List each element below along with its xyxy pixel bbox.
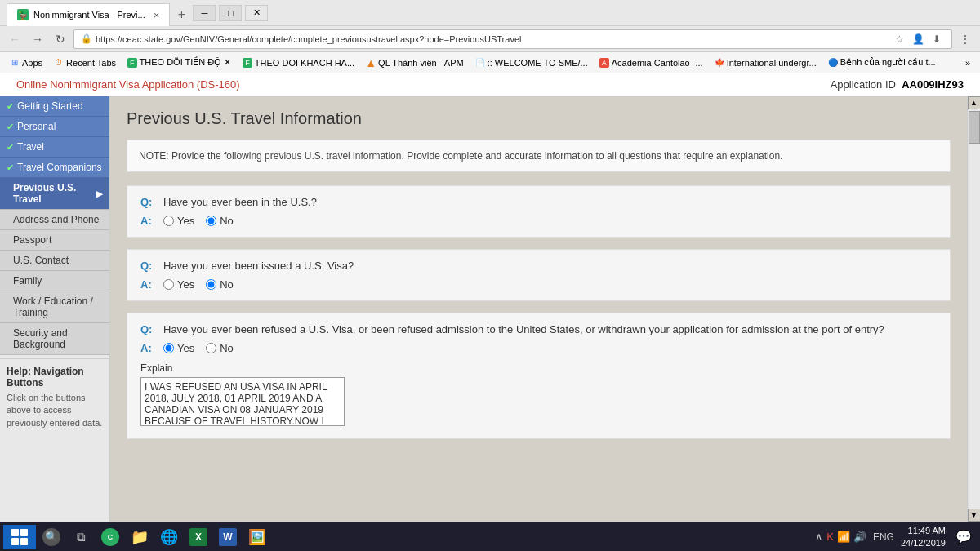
sidebar-item-family[interactable]: Family: [0, 271, 109, 291]
question-block-3: Q: Have you ever been refused a U.S. Vis…: [127, 313, 951, 439]
taskbar-word-button[interactable]: W: [214, 526, 242, 549]
bookmark-benh-icon: 🔵: [828, 58, 838, 68]
minimize-button[interactable]: ─: [193, 5, 216, 21]
new-tab-button[interactable]: +: [170, 3, 193, 26]
extensions-button[interactable]: ⋮: [956, 29, 975, 49]
sidebar-item-label-us-contact: U.S. Contact: [13, 255, 69, 266]
bookmark-recent-label: Recent Tabs: [66, 58, 116, 68]
language-indicator[interactable]: ENG: [873, 531, 894, 543]
taskbar-date-display: 24/12/2019: [901, 537, 946, 549]
sidebar-item-label-family: Family: [13, 275, 42, 287]
photos-icon: 🖼️: [248, 528, 266, 546]
q1-yes-label: Yes: [177, 215, 194, 227]
sidebar-item-previous-us-travel[interactable]: Previous U.S. Travel: [0, 178, 109, 210]
q3-option-no[interactable]: No: [206, 342, 234, 354]
browser-tab[interactable]: 🦆 Nonimmigrant Visa - Previ... ×: [7, 3, 170, 26]
taskbar-files-button[interactable]: 📁: [126, 526, 154, 549]
bookmark-ql[interactable]: ▲ QL Thành viên - APM: [361, 56, 469, 69]
check-icon-travel: ✔: [7, 142, 14, 153]
sidebar-item-address-phone[interactable]: Address and Phone: [0, 210, 109, 230]
q2-no-label: No: [220, 278, 234, 291]
note-text: NOTE: Provide the following previous U.S…: [139, 150, 782, 162]
start-button[interactable]: [3, 525, 36, 549]
bookmark-star-icon[interactable]: ☆: [891, 31, 907, 47]
q2-option-no[interactable]: No: [206, 278, 234, 291]
a1-label: A:: [140, 215, 157, 227]
explain-textarea[interactable]: I WAS REFUSED AN USA VISA IN APRIL 2018,…: [140, 377, 345, 426]
sidebar-item-us-contact[interactable]: U.S. Contact: [0, 251, 109, 271]
taskbar-task-view-button[interactable]: ⧉: [67, 526, 95, 549]
a3-label: A:: [140, 342, 157, 354]
scrollbar-right[interactable]: ▲ ▼: [967, 96, 980, 522]
q3-radio-no[interactable]: [206, 343, 216, 353]
sidebar-item-work-education[interactable]: Work / Education / Training: [0, 291, 109, 323]
system-tray-icons: ∧ K 📶 🔊: [815, 531, 866, 543]
app-id-label: Application ID: [831, 78, 896, 91]
main-content: Online Nonimmigrant Visa Application (DS…: [0, 73, 980, 522]
bookmark-recent-tabs[interactable]: ⏱ Recent Tabs: [49, 56, 121, 69]
q3-radio-yes[interactable]: [163, 343, 174, 353]
bookmarks-more-label: »: [965, 58, 970, 68]
scroll-thumb[interactable]: [969, 111, 980, 144]
tab-close-button[interactable]: ×: [154, 9, 160, 21]
refresh-button[interactable]: ↻: [51, 29, 70, 49]
bookmarks-more-button[interactable]: »: [960, 56, 975, 69]
check-icon-companions: ✔: [7, 162, 14, 173]
scroll-up-button[interactable]: ▲: [968, 96, 981, 109]
q2-text: Have you ever been issued a U.S. Visa?: [163, 260, 354, 272]
url-text: https://ceac.state.gov/GenNIV/General/co…: [96, 34, 521, 44]
scroll-track[interactable]: [969, 109, 980, 509]
bookmark-academia[interactable]: A Academia Cantolao -...: [595, 56, 708, 69]
bookmark-welcome[interactable]: 📄 :: WELCOME TO SME/...: [470, 56, 593, 69]
taskbar-photos-button[interactable]: 🖼️: [243, 526, 271, 549]
notification-icon[interactable]: 💬: [956, 529, 972, 544]
q1-option-no[interactable]: No: [206, 215, 234, 227]
q1-option-yes[interactable]: Yes: [163, 215, 194, 227]
taskbar-coc-coc-button[interactable]: C: [96, 526, 124, 549]
tab-title: Nonimmigrant Visa - Previ...: [33, 10, 145, 20]
download-icon[interactable]: ⬇: [929, 31, 945, 47]
profile-icon[interactable]: 👤: [910, 31, 926, 47]
sidebar-section-travel[interactable]: ✔ Travel: [0, 137, 109, 158]
taskbar-search-button[interactable]: 🔍: [38, 526, 65, 549]
volume-icon[interactable]: 🔊: [853, 531, 866, 543]
taskbar-chrome-button[interactable]: 🌐: [155, 526, 183, 549]
forward-button[interactable]: →: [28, 29, 47, 49]
q2-radio-no[interactable]: [206, 279, 216, 290]
q2-radio-group: Yes No: [163, 278, 234, 291]
scroll-down-button[interactable]: ▼: [968, 509, 981, 522]
sidebar: ✔ Getting Started ✔ Personal ✔ Travel ✔ …: [0, 96, 110, 522]
sidebar-section-personal[interactable]: ✔ Personal: [0, 117, 109, 137]
page-header-title: Online Nonimmigrant Visa Application (DS…: [16, 78, 240, 91]
address-bar[interactable]: 🔒 https://ceac.state.gov/GenNIV/General/…: [74, 29, 952, 49]
bookmark-theo-doi[interactable]: F THEO DÕI TIỀN ĐỘ ✕: [122, 56, 236, 69]
close-button[interactable]: ✕: [245, 5, 268, 21]
check-icon: ✔: [7, 101, 14, 112]
bookmark-apps[interactable]: ⊞ Apps: [5, 56, 47, 69]
windows-icon: [11, 529, 28, 545]
q3-option-yes[interactable]: Yes: [163, 342, 194, 354]
taskbar-clock: 11:49 AM 24/12/2019: [901, 525, 946, 549]
q2-option-yes[interactable]: Yes: [163, 278, 194, 291]
address-actions: ☆ 👤 ⬇: [891, 31, 945, 47]
bookmark-theo-doi-label: THEO DÕI TIỀN ĐỘ ✕: [140, 57, 232, 68]
sidebar-item-security-background[interactable]: Security and Background: [0, 323, 109, 355]
app-id-value: AA009IHZ93: [902, 78, 964, 91]
back-button[interactable]: ←: [5, 29, 24, 49]
maximize-button[interactable]: □: [219, 5, 242, 21]
tray-arrow-icon[interactable]: ∧: [815, 531, 823, 543]
bookmark-international[interactable]: 🍁 International undergr...: [710, 56, 822, 69]
sidebar-item-passport[interactable]: Passport: [0, 230, 109, 251]
q1-radio-no[interactable]: [206, 216, 216, 226]
sidebar-section-companions[interactable]: ✔ Travel Companions: [0, 158, 109, 178]
q2-radio-yes[interactable]: [163, 279, 174, 290]
taskbar-excel-button[interactable]: X: [185, 526, 212, 549]
bookmark-benh[interactable]: 🔵 Bệnh của người cầu t...: [823, 56, 941, 69]
chrome-icon: 🌐: [160, 528, 178, 546]
kaspersky-icon[interactable]: K: [826, 531, 834, 543]
q3-no-label: No: [220, 342, 234, 354]
q1-radio-yes[interactable]: [163, 216, 174, 226]
sidebar-section-getting-started[interactable]: ✔ Getting Started: [0, 96, 109, 117]
network-icon[interactable]: 📶: [837, 531, 850, 543]
bookmark-theo-doi-2[interactable]: F THEO DOI KHACH HA...: [238, 56, 359, 69]
